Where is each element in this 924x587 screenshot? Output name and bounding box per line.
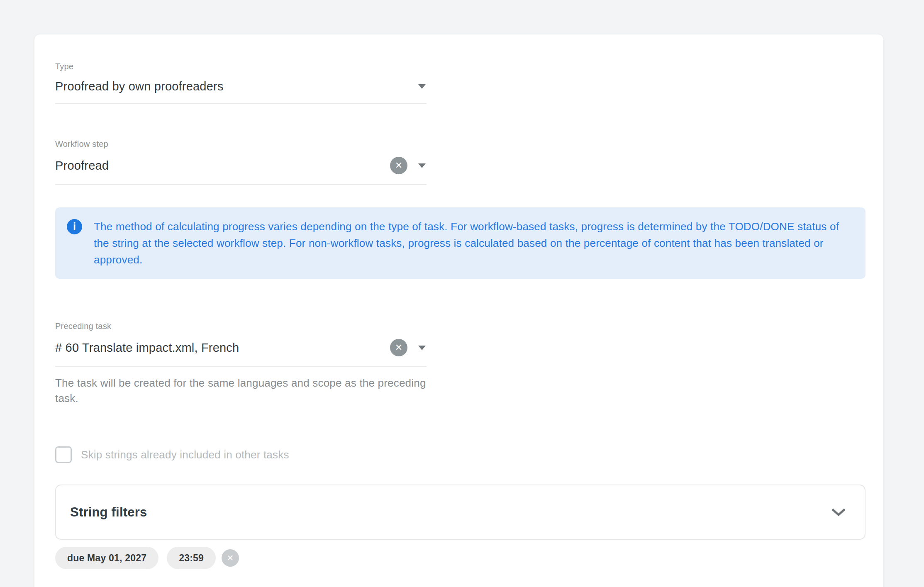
type-select[interactable]: Proofread by own proofreaders bbox=[55, 79, 427, 104]
type-select-actions bbox=[418, 84, 427, 89]
workflow-step-select[interactable]: Proofread ✕ bbox=[55, 157, 427, 185]
skip-strings-checkbox-label: Skip strings already included in other t… bbox=[81, 448, 289, 461]
dropdown-caret-icon bbox=[418, 84, 426, 89]
progress-info-alert: i The method of calculating progress var… bbox=[55, 207, 865, 279]
type-select-value: Proofread by own proofreaders bbox=[55, 79, 224, 93]
info-icon: i bbox=[67, 219, 82, 234]
skip-strings-row: Skip strings already included in other t… bbox=[55, 446, 865, 463]
dropdown-caret-icon bbox=[418, 163, 426, 168]
string-filters-title: String filters bbox=[70, 505, 147, 520]
workflow-step-select-value: Proofread bbox=[55, 158, 109, 173]
string-filters-panel-header[interactable]: String filters bbox=[55, 485, 865, 540]
workflow-step-select-actions: ✕ bbox=[390, 157, 427, 174]
preceding-task-select-value: # 60 Translate impact.xml, French bbox=[55, 341, 239, 355]
type-field-label: Type bbox=[55, 61, 427, 71]
workflow-step-field: Workflow step Proofread ✕ bbox=[55, 139, 427, 185]
preceding-task-label: Preceding task bbox=[55, 321, 427, 331]
task-form-card: Type Proofread by own proofreaders Workf… bbox=[34, 34, 884, 587]
preceding-task-field: Preceding task # 60 Translate impact.xml… bbox=[55, 321, 427, 367]
workflow-step-label: Workflow step bbox=[55, 139, 427, 149]
preceding-task-clear-button[interactable]: ✕ bbox=[390, 339, 407, 356]
page-background: Type Proofread by own proofreaders Workf… bbox=[0, 0, 924, 587]
clear-x-icon: ✕ bbox=[227, 553, 234, 563]
skip-strings-checkbox[interactable] bbox=[55, 446, 72, 463]
preceding-task-select-actions: ✕ bbox=[390, 339, 427, 356]
dropdown-caret-icon bbox=[418, 346, 426, 350]
chevron-down-icon bbox=[831, 508, 846, 516]
preceding-task-helper-text: The task will be created for the same la… bbox=[55, 375, 431, 406]
due-date-chip[interactable]: due May 01, 2027 bbox=[55, 547, 158, 569]
clear-x-icon: ✕ bbox=[395, 342, 402, 353]
workflow-step-clear-button[interactable]: ✕ bbox=[390, 157, 407, 174]
type-field: Type Proofread by own proofreaders bbox=[55, 61, 427, 104]
clear-x-icon: ✕ bbox=[395, 160, 402, 171]
due-time-chip[interactable]: 23:59 bbox=[167, 547, 216, 569]
preceding-task-select[interactable]: # 60 Translate impact.xml, French ✕ bbox=[55, 339, 427, 367]
progress-info-alert-text: The method of calculating progress varie… bbox=[94, 218, 846, 268]
due-date-chips-row: due May 01, 2027 23:59 ✕ bbox=[55, 547, 865, 569]
remove-due-date-button[interactable]: ✕ bbox=[222, 549, 239, 567]
